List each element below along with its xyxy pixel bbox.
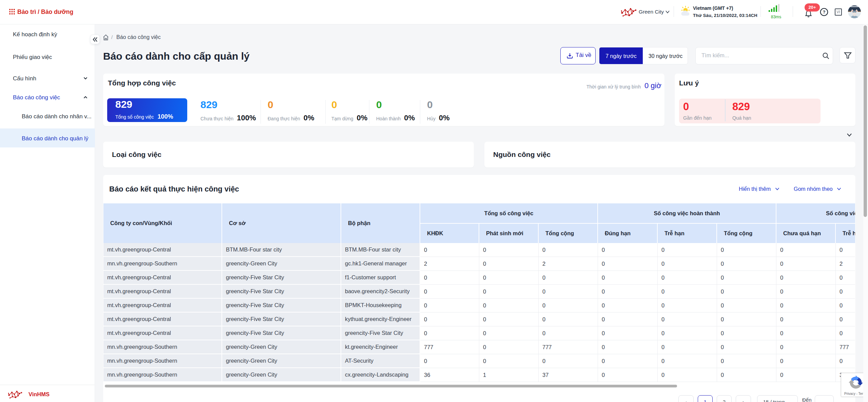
svg-text:?: ? [823,10,826,15]
